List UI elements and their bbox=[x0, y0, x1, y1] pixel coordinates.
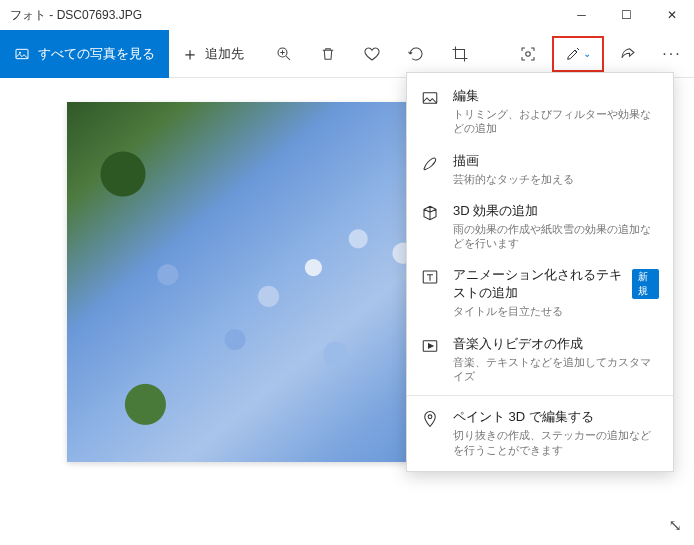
scan-icon bbox=[519, 45, 537, 63]
menu-item-edit[interactable]: 編集トリミング、およびフィルターや効果などの追加 bbox=[407, 79, 673, 144]
menu-desc: 雨の効果の作成や紙吹雪の効果の追加などを行います bbox=[453, 222, 659, 251]
menu-item-3d-effects[interactable]: 3D 効果の追加雨の効果の作成や紙吹雪の効果の追加などを行います bbox=[407, 194, 673, 259]
menu-title: ペイント 3D で編集する bbox=[453, 408, 594, 426]
maximize-button[interactable]: ☐ bbox=[604, 0, 649, 30]
more-button[interactable]: ··· bbox=[650, 30, 694, 78]
resize-handle[interactable]: ⤢ bbox=[666, 519, 685, 532]
window-controls: ─ ☐ ✕ bbox=[559, 0, 694, 30]
menu-item-draw[interactable]: 描画芸術的なタッチを加える bbox=[407, 144, 673, 194]
svg-point-6 bbox=[526, 51, 531, 56]
delete-button[interactable] bbox=[306, 30, 350, 78]
menu-title: 3D 効果の追加 bbox=[453, 202, 538, 220]
add-to-label: 追加先 bbox=[205, 45, 244, 63]
menu-item-paint3d[interactable]: ペイント 3D で編集する切り抜きの作成、ステッカーの追加などを行うことができま… bbox=[407, 400, 673, 465]
close-button[interactable]: ✕ bbox=[649, 0, 694, 30]
new-badge: 新規 bbox=[632, 269, 659, 299]
location-icon bbox=[421, 410, 441, 432]
menu-title: アニメーション化されるテキストの追加 bbox=[453, 266, 626, 302]
share-icon bbox=[619, 45, 637, 63]
menu-desc: トリミング、およびフィルターや効果などの追加 bbox=[453, 107, 659, 136]
crop-button[interactable] bbox=[438, 30, 482, 78]
svg-point-10 bbox=[428, 415, 432, 419]
menu-title: 編集 bbox=[453, 87, 479, 105]
svg-line-3 bbox=[286, 56, 290, 60]
trash-icon bbox=[319, 45, 337, 63]
ellipsis-icon: ··· bbox=[662, 45, 681, 63]
text-icon bbox=[421, 268, 441, 290]
menu-title: 描画 bbox=[453, 152, 479, 170]
add-to-button[interactable]: ＋ 追加先 bbox=[169, 42, 256, 66]
see-all-photos-button[interactable]: すべての写真を見る bbox=[0, 30, 169, 78]
menu-separator bbox=[407, 395, 673, 396]
chevron-down-icon: ⌄ bbox=[583, 48, 591, 59]
zoom-button[interactable] bbox=[262, 30, 306, 78]
menu-desc: 芸術的なタッチを加える bbox=[453, 172, 659, 186]
crop-icon bbox=[451, 45, 469, 63]
plus-icon: ＋ bbox=[181, 42, 199, 66]
minimize-button[interactable]: ─ bbox=[559, 0, 604, 30]
edit-menu: 編集トリミング、およびフィルターや効果などの追加 描画芸術的なタッチを加える 3… bbox=[406, 72, 674, 472]
menu-desc: タイトルを目立たせる bbox=[453, 304, 659, 318]
toolbar: すべての写真を見る ＋ 追加先 ⌄ ··· bbox=[0, 30, 694, 78]
menu-item-music-video[interactable]: 音楽入りビデオの作成音楽、テキストなどを追加してカスタマイズ bbox=[407, 327, 673, 392]
see-all-label: すべての写真を見る bbox=[38, 45, 155, 63]
heart-icon bbox=[363, 45, 381, 63]
menu-item-animated-text[interactable]: アニメーション化されるテキストの追加新規タイトルを目立たせる bbox=[407, 258, 673, 326]
edit-icon bbox=[565, 46, 581, 62]
window-title: フォト - DSC07693.JPG bbox=[10, 7, 142, 24]
menu-desc: 切り抜きの作成、ステッカーの追加などを行うことができます bbox=[453, 428, 659, 457]
cube-icon bbox=[421, 204, 441, 226]
search-button[interactable] bbox=[506, 30, 550, 78]
edit-creative-button[interactable]: ⌄ bbox=[552, 36, 604, 72]
video-icon bbox=[421, 337, 441, 359]
photo-icon bbox=[14, 46, 30, 62]
image-edit-icon bbox=[421, 89, 441, 111]
menu-title: 音楽入りビデオの作成 bbox=[453, 335, 583, 353]
share-button[interactable] bbox=[606, 30, 650, 78]
pen-icon bbox=[421, 154, 441, 176]
favorite-button[interactable] bbox=[350, 30, 394, 78]
rotate-icon bbox=[407, 45, 425, 63]
rotate-button[interactable] bbox=[394, 30, 438, 78]
magnifier-icon bbox=[275, 45, 293, 63]
menu-desc: 音楽、テキストなどを追加してカスタマイズ bbox=[453, 355, 659, 384]
